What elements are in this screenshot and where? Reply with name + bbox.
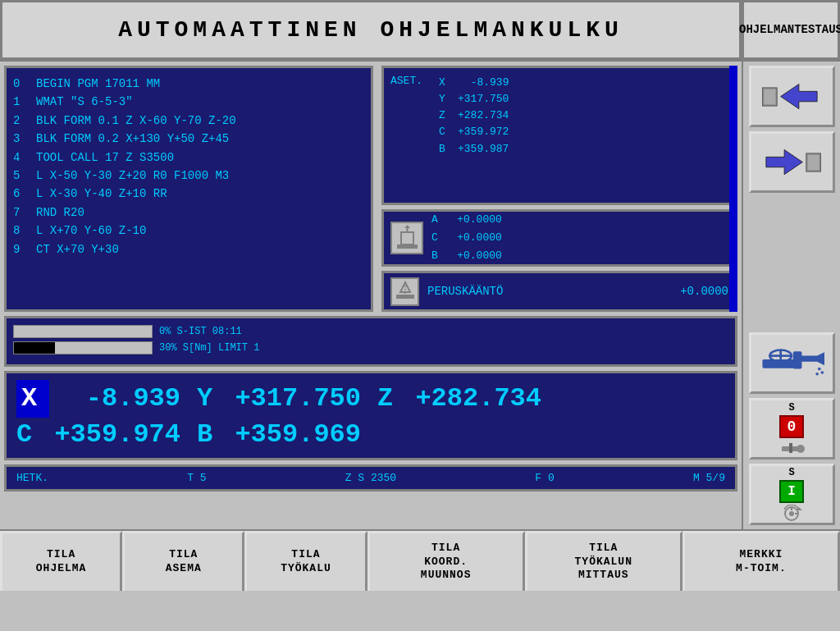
svg-rect-19 <box>801 356 819 362</box>
progress-bar-2 <box>13 341 153 354</box>
big-value-z: +282.734 <box>410 382 541 416</box>
progress-label-2: 30% S[Nm] LIMIT 1 <box>159 342 259 354</box>
status-hetk: HETK. <box>16 472 48 484</box>
big-label-x: X <box>16 380 49 418</box>
big-label-y: Y <box>197 382 230 416</box>
acb-values: A +0.0000 C +0.0000 B +0.0000 <box>431 211 502 265</box>
svg-rect-4 <box>396 295 414 299</box>
program-panel: 0BEGIN PGM 17011 MM1WMAT "S 6-5-3"2BLK F… <box>4 66 373 312</box>
program-line: 4TOOL CALL 17 Z S3500 <box>13 149 364 167</box>
arrow-left-button[interactable] <box>749 66 835 127</box>
s-label-1: S <box>788 402 794 414</box>
svg-rect-12 <box>808 154 819 170</box>
program-line: 8L X+70 Y-60 Z-10 <box>13 222 364 240</box>
peruskanto-icon <box>390 277 419 306</box>
svg-rect-27 <box>789 443 792 453</box>
svg-point-22 <box>815 373 819 376</box>
peruskanto-label: PERUSKÄÄNTÖ <box>427 285 672 298</box>
nav-btn-tila-ohjelma[interactable]: TILA OHJELMA <box>0 531 122 591</box>
program-line: 7RND R20 <box>13 203 364 222</box>
nav-btn-tila-tyokalu[interactable]: TILA TYÖKALU <box>244 531 367 591</box>
big-coord-display: X -8.939 Y +317.750 Z +282.734 C +359.97… <box>4 371 737 460</box>
nav-btn-merkki-mtoim[interactable]: MERKKI M-TOIM. <box>682 531 840 591</box>
big-label-b: B <box>197 418 230 452</box>
svg-rect-1 <box>401 232 413 245</box>
svg-rect-9 <box>764 89 775 104</box>
big-value-c: +359.974 <box>49 418 180 452</box>
aset-coord-box: ASET. XYZCB -8.939+317.750+282.734+359.9… <box>381 66 737 205</box>
big-label-z: Z <box>377 382 410 416</box>
scrollbar[interactable] <box>729 66 737 312</box>
mode-indicator: OHJELMAN TESTAUS <box>742 0 840 60</box>
faucet-button[interactable] <box>749 332 835 394</box>
svg-point-26 <box>797 445 805 453</box>
progress-area: 0% S-IST 08:11 30% S[Nm] LIMIT 1 <box>4 316 737 367</box>
s-indicator-green[interactable]: S I <box>749 464 835 525</box>
status-m: M 5/9 <box>693 472 725 484</box>
progress-fill-2 <box>14 342 55 354</box>
acb-status-box: A +0.0000 C +0.0000 B +0.0000 <box>381 209 737 267</box>
status-bar: HETK. T 5 Z S 2350 F 0 M 5/9 <box>4 464 737 492</box>
peruskanto-value: +0.0000 <box>680 285 728 298</box>
s-green-indicator: I <box>779 480 804 503</box>
progress-label-1: 0% S-IST 08:11 <box>159 326 242 337</box>
progress-row-2: 30% S[Nm] LIMIT 1 <box>13 341 728 354</box>
s-label-2: S <box>788 467 794 478</box>
s-indicator-red[interactable]: S 0 <box>749 398 835 460</box>
status-f: F 0 <box>535 472 554 484</box>
program-line: 5L X-50 Y-30 Z+20 R0 F1000 M3 <box>13 167 364 185</box>
big-label-c: C <box>16 418 49 452</box>
s-red-indicator: 0 <box>779 415 804 438</box>
nav-btn-tila-asema[interactable]: TILA ASEMA <box>122 531 244 591</box>
program-line: 2BLK FORM 0.1 Z X-60 Y-70 Z-20 <box>13 112 364 130</box>
big-coord-row-2: C +359.974 B +359.969 <box>16 418 725 452</box>
big-value-x: -8.939 <box>49 382 180 416</box>
arrow-right-button[interactable] <box>749 131 835 193</box>
header: AUTOMAATTINEN OHJELMANKULKU OHJELMAN TES… <box>0 0 840 62</box>
program-line: 3BLK FORM 0.2 X+130 Y+50 Z+45 <box>13 130 364 148</box>
big-value-y: +317.750 <box>230 382 361 416</box>
svg-marker-7 <box>781 84 817 108</box>
status-t: T 5 <box>187 472 206 484</box>
aset-label: ASET. <box>390 75 422 158</box>
progress-row-1: 0% S-IST 08:11 <box>13 325 728 338</box>
aset-coords: XYZCB -8.939+317.750+282.734+359.972+359… <box>439 75 509 158</box>
peruskanto-box: PERUSKÄÄNTÖ +0.0000 <box>381 271 737 312</box>
svg-marker-10 <box>766 149 802 174</box>
bottom-nav: TILA OHJELMA TILA ASEMA TILA TYÖKALU TIL… <box>0 529 840 591</box>
program-line: 6L X-30 Y-40 Z+10 RR <box>13 185 364 203</box>
svg-marker-20 <box>817 352 824 365</box>
nav-btn-tila-koord[interactable]: TILA KOORD. MUUNNOS <box>368 531 525 591</box>
status-icon-1 <box>390 222 423 254</box>
svg-point-29 <box>789 511 794 516</box>
program-line: 0BEGIN PGM 17011 MM <box>13 75 364 93</box>
progress-bar-1 <box>13 325 153 338</box>
svg-rect-24 <box>779 362 783 368</box>
big-coord-row-1: X -8.939 Y +317.750 Z +282.734 <box>16 380 725 418</box>
big-value-b: +359.969 <box>230 418 361 452</box>
svg-point-21 <box>818 368 821 371</box>
program-listing: 0BEGIN PGM 17011 MM1WMAT "S 6-5-3"2BLK F… <box>13 75 364 258</box>
svg-marker-3 <box>404 225 410 228</box>
program-line: 1WMAT "S 6-5-3" <box>13 93 364 111</box>
nav-btn-tila-tyokalun-mittaus[interactable]: TILA TYÖKALUN MITTAUS <box>525 531 682 591</box>
right-sidebar: S 0 S I <box>742 62 840 529</box>
svg-point-23 <box>821 371 824 374</box>
status-zs: Z S 2350 <box>345 472 396 484</box>
program-line: 9CT X+70 Y+30 <box>13 240 364 258</box>
app-title: AUTOMAATTINEN OHJELMANKULKU <box>0 0 742 60</box>
